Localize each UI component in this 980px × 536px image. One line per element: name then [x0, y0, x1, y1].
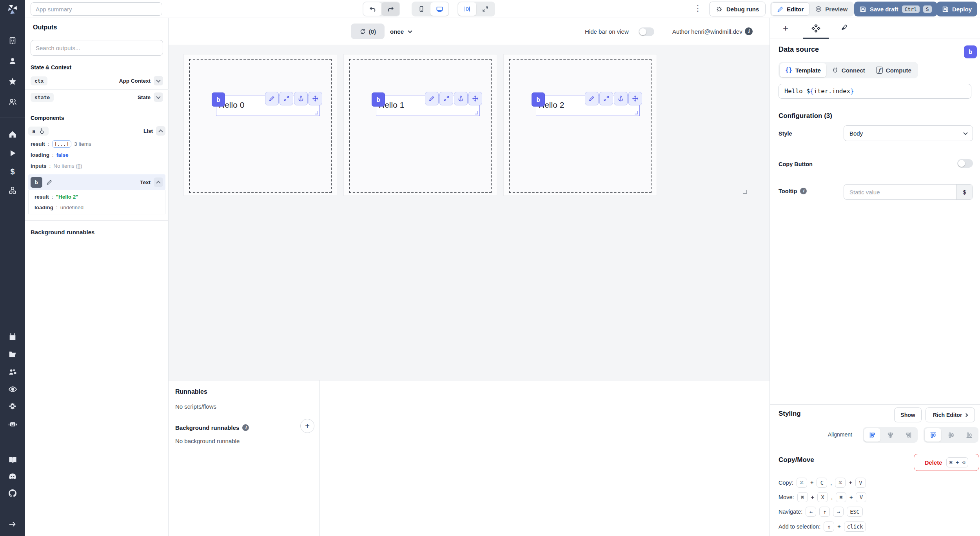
hide-bar-toggle[interactable] — [639, 27, 654, 36]
tooltip-info-icon[interactable]: i — [800, 188, 807, 194]
windmill-logo[interactable] — [0, 2, 25, 16]
list-resize-handle[interactable] — [743, 190, 747, 194]
align-center-horizontal-icon[interactable] — [882, 428, 898, 442]
eye-icon[interactable] — [0, 382, 25, 396]
robot-icon[interactable] — [0, 417, 25, 431]
folder-icon[interactable] — [0, 347, 25, 361]
list-cell-1[interactable]: b Hello 1 — [343, 54, 497, 196]
result-row-a[interactable]: result : [...] 3 items — [31, 140, 91, 148]
mobile-view-icon[interactable] — [412, 2, 430, 16]
author-info-icon[interactable]: i — [745, 27, 753, 35]
style-select[interactable]: Body — [844, 125, 973, 141]
list-cell-0[interactable]: b Hello 0 — [183, 54, 337, 196]
star-icon[interactable] — [0, 74, 25, 89]
redo-button[interactable] — [381, 2, 399, 16]
tab-editor[interactable]: Editor — [771, 2, 809, 16]
app-summary-input[interactable] — [31, 2, 162, 16]
template-code-input[interactable]: Hello ${iter.index} — [779, 84, 971, 99]
anchor-icon[interactable] — [454, 92, 468, 105]
edit-pencil-icon[interactable] — [46, 179, 53, 185]
play-icon[interactable] — [0, 146, 25, 160]
result-value: "Hello 2" — [56, 194, 78, 200]
tab-insert[interactable]: + — [773, 18, 798, 38]
edit-pencil-icon[interactable] — [265, 92, 279, 105]
expand-icon[interactable] — [279, 92, 293, 105]
layout-toggle-group — [457, 2, 495, 16]
edit-pencil-icon[interactable] — [425, 92, 439, 105]
component-badge[interactable]: b — [372, 92, 385, 107]
list-cell-2[interactable]: b Hello 2 — [503, 54, 657, 196]
edit-pencil-icon[interactable] — [585, 92, 599, 105]
list-component-region[interactable]: b Hello 0 — [180, 54, 752, 197]
refresh-button[interactable]: (0) — [351, 24, 385, 39]
discord-icon[interactable] — [0, 469, 25, 483]
calendar-icon[interactable] — [0, 330, 25, 344]
info-icon[interactable]: i — [242, 424, 249, 431]
move-icon[interactable] — [468, 92, 482, 105]
align-top-icon[interactable] — [925, 428, 941, 442]
dynamic-value-button[interactable]: $ — [956, 185, 973, 199]
gear-icon[interactable] — [0, 399, 25, 413]
anchor-icon[interactable] — [614, 92, 628, 105]
move-icon[interactable] — [628, 92, 642, 105]
undo-button[interactable] — [363, 2, 381, 16]
component-b-collapse-button[interactable] — [154, 177, 163, 187]
align-left-icon[interactable] — [864, 428, 880, 442]
horizontal-alignment-group — [863, 427, 918, 443]
component-badge[interactable]: b — [532, 92, 545, 107]
user-icon[interactable] — [0, 54, 25, 68]
move-icon[interactable] — [309, 92, 322, 105]
state-expand-button[interactable] — [154, 92, 163, 102]
frequency-select[interactable]: once — [390, 24, 412, 39]
dollar-icon[interactable]: $ — [0, 165, 25, 179]
anchor-icon[interactable] — [294, 92, 308, 105]
ctx-row[interactable]: ctx App Context — [31, 76, 163, 85]
drop-zone — [509, 59, 652, 193]
show-styling-button[interactable]: Show — [894, 407, 922, 422]
component-badge[interactable]: b — [212, 92, 225, 107]
copy-button-toggle[interactable] — [957, 159, 973, 168]
tab-connect[interactable]: Connect — [826, 63, 871, 77]
tooltip-input[interactable]: Static value $ — [844, 184, 973, 200]
add-background-runnable-button[interactable]: + — [300, 419, 314, 433]
component-a-collapse-button[interactable] — [156, 126, 165, 136]
align-right-icon[interactable] — [900, 428, 916, 442]
arrow-right-icon[interactable] — [0, 517, 25, 531]
resize-handle[interactable] — [315, 111, 318, 114]
more-menu-icon[interactable]: ⋮ — [693, 3, 702, 13]
delete-component-button[interactable]: Delete ⌘ + ⌫ — [914, 454, 979, 471]
users-icon[interactable] — [0, 95, 25, 109]
sidebar-divider — [0, 508, 25, 508]
resize-handle[interactable] — [635, 111, 638, 114]
home-icon[interactable] — [0, 127, 25, 141]
tab-compute[interactable]: ƒ Compute — [871, 63, 917, 77]
expand-icon[interactable] — [599, 92, 613, 105]
save-draft-button[interactable]: Save draft Ctrl S — [854, 2, 937, 16]
debug-runs-button[interactable]: Debug runs — [709, 2, 766, 16]
tab-template[interactable]: {} Template — [780, 63, 826, 77]
component-a-row[interactable]: a List — [28, 126, 165, 136]
ctx-expand-button[interactable] — [154, 76, 163, 85]
tab-component-settings[interactable] — [803, 18, 828, 38]
user-group-gear-icon[interactable] — [0, 365, 25, 379]
book-icon[interactable] — [0, 453, 25, 467]
building-icon[interactable] — [0, 34, 25, 48]
fullscreen-icon[interactable] — [476, 2, 494, 16]
rich-editor-button[interactable]: Rich Editor — [926, 407, 975, 422]
desktop-view-icon[interactable] — [430, 2, 448, 16]
boxes-icon[interactable] — [0, 183, 25, 197]
component-b-row[interactable]: b Text — [28, 174, 165, 190]
github-icon[interactable] — [0, 486, 25, 500]
resize-handle[interactable] — [475, 111, 478, 114]
align-middle-icon[interactable] — [943, 428, 959, 442]
tab-preview[interactable]: Preview — [809, 2, 853, 16]
align-bottom-icon[interactable] — [961, 428, 977, 442]
components-title: Components — [31, 115, 64, 121]
array-badge[interactable]: [...] — [52, 140, 72, 148]
state-row[interactable]: state State — [31, 92, 163, 102]
center-layout-icon[interactable] — [458, 2, 476, 16]
tab-styling-brush[interactable] — [833, 18, 858, 38]
deploy-button[interactable]: Deploy — [936, 2, 977, 16]
expand-icon[interactable] — [439, 92, 453, 105]
search-outputs-input[interactable] — [31, 40, 163, 56]
